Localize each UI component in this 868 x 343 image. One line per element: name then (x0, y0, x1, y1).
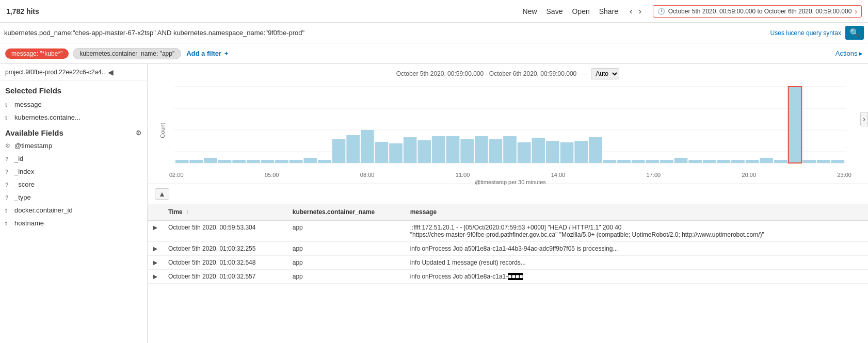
top-bar: 1,782 hits New Save Open Share ‹ › 🕐 Oct… (0, 0, 868, 23)
top-actions: New Save Open Share ‹ › 🕐 October 5th 20… (523, 5, 862, 18)
gear-icon[interactable]: ⚙ (136, 129, 142, 137)
svg-rect-22 (346, 135, 360, 163)
table-expand-button[interactable]: ▲ (155, 188, 169, 200)
available-field-id[interactable]: ? _id (0, 152, 147, 165)
available-fields-title: Available Fields (5, 128, 63, 137)
table-area: ▲ Time ↑ kubernetes.container_name messa… (148, 184, 868, 343)
field-name-hostname: hostname (14, 219, 44, 227)
time-cell: October 5th 2020, 01:00:32.548 (163, 256, 287, 270)
chart-svg: 400 300 200 100 0 (169, 81, 851, 169)
open-button[interactable]: Open (572, 7, 589, 15)
chart-dash: — (581, 70, 587, 77)
add-filter-button[interactable]: Add a filter + (185, 50, 228, 57)
lucene-syntax-link[interactable]: Uses lucene query syntax (770, 29, 841, 37)
chart-y-label: Count (159, 123, 166, 138)
container-cell: app (287, 242, 405, 256)
nav-back-button[interactable]: ‹ (628, 7, 634, 16)
chart-interval-select[interactable]: Auto (591, 68, 619, 79)
svg-rect-28 (432, 136, 445, 163)
available-field-type[interactable]: ? _type (0, 191, 147, 204)
clock-icon: 🕐 (657, 8, 665, 15)
add-filter-icon: + (224, 50, 229, 57)
message-cell: info onProcess Job a50f1e8a-c1a1-■■■■ (405, 270, 868, 284)
svg-rect-43 (646, 160, 659, 163)
svg-rect-51 (760, 158, 773, 163)
save-button[interactable]: Save (546, 7, 563, 15)
field-type-docker: t (5, 207, 11, 214)
time-cell: October 5th 2020, 01:00:32.557 (163, 270, 287, 284)
container-cell: app (287, 256, 405, 270)
svg-rect-30 (460, 139, 474, 163)
chart-x-title: @timestamp per 30 minutes (169, 179, 851, 185)
time-range-picker[interactable]: 🕐 October 5th 2020, 00:59:00.000 to Octo… (653, 5, 862, 18)
row-expand-button[interactable]: ▶ (153, 245, 157, 252)
actions-link[interactable]: Actions ▸ (835, 50, 863, 57)
table-row: ▶ October 5th 2020, 01:00:32.255 app inf… (148, 242, 868, 256)
filter-badge-message[interactable]: message: "*kube*" (5, 48, 69, 59)
svg-rect-36 (546, 141, 559, 163)
svg-rect-14 (232, 160, 246, 163)
selected-field-message[interactable]: t message (0, 98, 147, 111)
chart-container: Count 400 300 200 100 0 (169, 81, 851, 179)
chart-x-labels: 02:00 05:00 08:00 11:00 14:00 17:00 20:0… (169, 172, 851, 178)
filters-bar: message: "*kube*" kubernetes.container_n… (0, 43, 868, 64)
available-field-timestamp[interactable]: ⊙ @timestamp (0, 139, 147, 152)
svg-rect-11 (189, 160, 203, 163)
chart-collapse-right-button[interactable]: › (860, 112, 868, 126)
search-button[interactable]: 🔍 (845, 26, 864, 40)
content-area: › October 5th 2020, 00:59:00.000 - Octob… (148, 64, 868, 343)
filter-label-container: kubernetes.container_name: "app" (79, 50, 174, 57)
svg-rect-10 (175, 160, 189, 163)
svg-rect-53 (789, 87, 802, 163)
available-field-docker-container-id[interactable]: t docker.container_id (0, 204, 147, 217)
svg-rect-48 (717, 160, 731, 163)
share-button[interactable]: Share (599, 7, 618, 15)
svg-rect-33 (503, 136, 517, 163)
main-layout: project.9f0fbe-prod.22ee22c6-c2a4.. ◀ Se… (0, 64, 868, 343)
svg-rect-24 (375, 142, 389, 163)
svg-rect-37 (560, 142, 574, 163)
row-expand-button[interactable]: ▶ (153, 273, 157, 280)
available-field-score[interactable]: ? _score (0, 178, 147, 191)
field-type-timestamp: ⊙ (5, 142, 11, 149)
col-time[interactable]: Time ↑ (163, 204, 287, 220)
message-cell: info Updated 1 message (result) records.… (405, 256, 868, 270)
table-row: ▶ October 5th 2020, 01:00:32.548 app inf… (148, 256, 868, 270)
time-cell: October 5th 2020, 00:59:53.304 (163, 220, 287, 242)
svg-rect-16 (261, 160, 275, 163)
add-filter-label: Add a filter (186, 50, 221, 57)
svg-rect-32 (489, 139, 503, 163)
chart-header: October 5th 2020, 00:59:00.000 - October… (154, 68, 862, 79)
message-cell: ::ffff:172.51.20.1 - - [05/Oct/2020:07:5… (405, 220, 868, 242)
svg-rect-55 (817, 160, 830, 163)
chevron-right-icon: › (855, 7, 857, 15)
container-cell: app (287, 220, 405, 242)
field-type-container: t (5, 115, 11, 121)
svg-rect-47 (703, 160, 716, 163)
new-button[interactable]: New (523, 7, 537, 15)
available-field-hostname[interactable]: t hostname (0, 217, 147, 230)
chart-date-range: October 5th 2020, 00:59:00.000 - October… (396, 70, 577, 77)
svg-rect-56 (831, 160, 845, 163)
row-expand-button[interactable]: ▶ (153, 224, 157, 231)
svg-rect-39 (589, 137, 602, 163)
selected-field-container[interactable]: t kubernetes.containe... (0, 111, 147, 124)
svg-rect-23 (361, 130, 374, 163)
sidebar-collapse-button[interactable]: ◀ (108, 68, 114, 76)
col-message: message (405, 204, 868, 220)
svg-rect-18 (290, 160, 303, 163)
hits-count: 1,782 hits (6, 7, 39, 15)
col-container: kubernetes.container_name (287, 204, 405, 220)
search-input[interactable] (4, 29, 766, 37)
nav-forward-button[interactable]: › (636, 7, 643, 16)
available-field-index[interactable]: ? _index (0, 165, 147, 178)
svg-rect-15 (247, 160, 260, 163)
svg-rect-19 (303, 158, 317, 163)
field-name-index: _index (14, 168, 34, 175)
filter-badge-container[interactable]: kubernetes.container_name: "app" (73, 48, 181, 59)
svg-rect-35 (532, 138, 545, 163)
row-expand-button[interactable]: ▶ (153, 259, 157, 266)
search-bar: Uses lucene query syntax 🔍 (0, 23, 868, 43)
svg-rect-42 (632, 160, 645, 163)
index-name: project.9f0fbe-prod.22ee22c6-c2a4.. (5, 69, 105, 76)
